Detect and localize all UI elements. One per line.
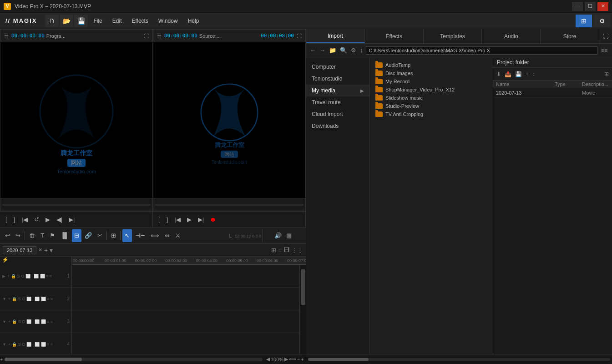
timeline-tab-close[interactable]: ✕ (38, 247, 42, 253)
media-tab-store[interactable]: Store (541, 29, 599, 43)
zoom-minus-button[interactable]: − (297, 357, 300, 362)
close-button[interactable]: ✕ (597, 2, 608, 11)
project-download-button[interactable]: ⬇ (495, 70, 502, 78)
menu-effects[interactable]: Effects (127, 16, 152, 26)
track-2-expand[interactable]: ▼ (2, 296, 7, 302)
media-tab-effects[interactable]: Effects (365, 29, 424, 43)
zoom-plus-button[interactable]: + (301, 357, 304, 362)
src-play-button[interactable]: ▶ (185, 215, 193, 224)
trim-tool-button[interactable]: ⊣⊢ (133, 229, 147, 242)
project-grid-button[interactable]: ⊞ (603, 70, 610, 78)
program-menu-button[interactable]: ☰ (3, 32, 10, 40)
mark-in-button[interactable]: [ (4, 215, 9, 224)
file-item-slideshow[interactable]: Slideshow music (374, 94, 489, 102)
settings-button[interactable]: ⚙ (594, 15, 610, 27)
src-mark-in-button[interactable]: [ (157, 215, 162, 224)
link-button[interactable]: 🔗 (82, 229, 94, 242)
project-save-button[interactable]: 💾 (514, 70, 523, 78)
mark-out-button[interactable]: ] (12, 215, 17, 224)
timeline-add-button[interactable]: + (44, 247, 48, 254)
media-tab-close-button[interactable]: ⛶ (599, 29, 612, 43)
delete-button[interactable]: 🗑 (27, 229, 37, 242)
nav-my-media[interactable]: My media ▶ (306, 85, 369, 96)
new-button[interactable]: 🗋 (45, 15, 59, 27)
screen-button[interactable]: ⊞ (576, 15, 592, 27)
nav-forward-button[interactable]: → (319, 46, 326, 55)
save-button[interactable]: 💾 (74, 15, 88, 27)
track-4-expand[interactable]: ▼ (2, 342, 7, 347)
source-menu-button[interactable]: ☰ (156, 32, 162, 40)
monitor-button[interactable]: ▤ (284, 229, 294, 242)
timeline-more-button[interactable]: ▾ (50, 247, 53, 254)
nav-search-button[interactable]: 🔍 (339, 46, 348, 55)
src-goto-end-button[interactable]: ▶| (196, 215, 206, 224)
timeline-scrollbar[interactable] (5, 358, 263, 361)
razor-button[interactable]: ⚔ (173, 229, 183, 242)
slip-button[interactable]: ⇔ (162, 229, 172, 242)
track-4-add[interactable]: + (8, 342, 11, 347)
nav-cloud-import[interactable]: Cloud Import (306, 108, 369, 120)
nav-folder-button[interactable]: 📁 (328, 46, 337, 55)
media-tab-templates[interactable]: Templates (424, 29, 482, 43)
file-item-audiotemp[interactable]: AudioTemp (374, 61, 489, 69)
title-button[interactable]: T (38, 229, 46, 242)
vertical-scrollbar[interactable] (299, 265, 306, 354)
snap-button[interactable]: ⊟ (72, 229, 81, 242)
undo-button[interactable]: ↩ (3, 229, 12, 242)
menu-help[interactable]: Help (183, 16, 204, 26)
project-upload-button[interactable]: 📤 (503, 70, 513, 78)
scroll-left-button[interactable]: ◀ (266, 356, 270, 362)
play-button[interactable]: ▶ (44, 215, 52, 224)
mixer-button[interactable]: ▐▌ (58, 229, 71, 242)
goto-start-button[interactable]: |◀ (20, 215, 29, 224)
goto-end-button[interactable]: ▶| (67, 215, 76, 224)
select-tool-button[interactable]: ↖ (122, 229, 132, 242)
nav-downloads[interactable]: Downloads (306, 120, 369, 132)
track-2-add[interactable]: + (8, 296, 11, 302)
add-track-bottom-button[interactable]: + (0, 357, 3, 362)
nav-computer[interactable]: Computer (306, 61, 369, 73)
media-view-list-button[interactable]: ≡≡ (599, 46, 609, 55)
redo-button[interactable]: ↪ (13, 229, 23, 242)
nav-tenlonstudio[interactable]: Tenlonstudio (306, 73, 369, 85)
file-item-my-record[interactable]: My Record (374, 77, 489, 86)
track-3-expand[interactable]: ▼ (2, 319, 7, 324)
menu-file[interactable]: File (89, 16, 106, 26)
cut-button[interactable]: ✂ (95, 229, 105, 242)
src-goto-start-button[interactable]: |◀ (172, 215, 182, 224)
project-add-button[interactable]: + (524, 70, 530, 78)
timeline-list-view-button[interactable]: ≡ (278, 247, 282, 253)
track-1-expand[interactable]: ▶ (2, 273, 6, 279)
project-sort-button[interactable]: ↕ (531, 70, 536, 78)
timeline-settings-button[interactable]: ⋮⋮ (291, 247, 303, 253)
track-3-add[interactable]: + (8, 319, 11, 324)
track-1-add[interactable]: + (7, 273, 10, 279)
program-expand-button[interactable]: ⛶ (143, 32, 150, 40)
marker-button[interactable]: ⚑ (47, 229, 57, 242)
maximize-button[interactable]: ☐ (585, 2, 596, 11)
record-button[interactable]: ⏺ (208, 215, 218, 224)
nav-settings-button[interactable]: ⚙ (350, 46, 357, 55)
volume-button[interactable]: 🔊 (272, 229, 284, 242)
add-track-button[interactable]: ⊞ (109, 229, 118, 242)
file-item-tv-anti-cropping[interactable]: TV Anti Cropping (374, 110, 489, 118)
file-item-studio-preview[interactable]: Studio-Preview (374, 102, 489, 110)
media-tab-audio[interactable]: Audio (482, 29, 541, 43)
project-item-0[interactable]: 2020-07-13 Movie (493, 88, 612, 98)
nav-travel-route[interactable]: Travel route (306, 96, 369, 108)
open-button[interactable]: 📂 (60, 15, 73, 27)
timeline-film-view-button[interactable]: 🎞 (283, 247, 289, 253)
media-scrollbar[interactable] (308, 358, 610, 361)
source-expand-button[interactable]: ⛶ (296, 32, 303, 40)
menu-window[interactable]: Window (154, 16, 182, 26)
media-scrollbar-thumb[interactable] (308, 358, 369, 361)
src-mark-out-button[interactable]: ] (165, 215, 170, 224)
fit-button[interactable]: ⟺ (289, 356, 296, 362)
menu-edit[interactable]: Edit (108, 16, 126, 26)
rewind-button[interactable]: ↺ (32, 215, 41, 224)
file-item-disc-images[interactable]: Disc Images (374, 69, 489, 77)
ripple-button[interactable]: ⟺ (148, 229, 162, 242)
media-tab-import[interactable]: Import (306, 29, 365, 43)
scrollbar-thumb[interactable] (301, 269, 305, 305)
timeline-grid-view-button[interactable]: ⊞ (271, 247, 276, 253)
